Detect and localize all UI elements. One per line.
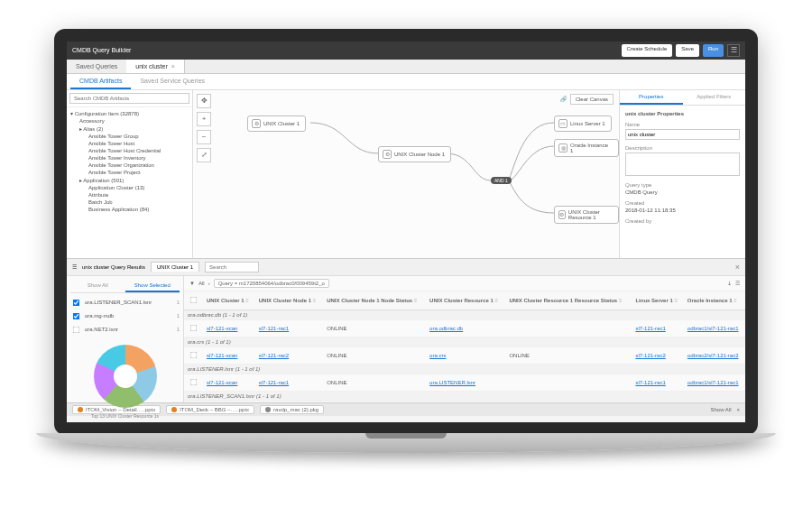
table-row[interactable]: sl7-121-scansl7-121-rac1ONLINEora.odbrac… [184, 319, 745, 337]
checkbox[interactable] [73, 312, 80, 319]
group-row[interactable]: ora.odbrac.db (1 - 1 of 1) [184, 309, 745, 319]
group-row[interactable]: ora.LISTENER_SCAN1.lsnr (1 - 1 of 1) [184, 391, 745, 401]
results-table: UNIX Cluster 1 UNIX Cluster Node 1 UNIX … [184, 291, 745, 402]
search-input[interactable] [69, 93, 189, 104]
table-row[interactable]: sl7-121-scansl7-121-rac1ONLINEora.LISTEN… [184, 374, 745, 391]
results-tab[interactable]: UNIX Cluster 1 [151, 262, 199, 272]
table-row[interactable]: sl7-121-scansl7-121-rac2ONLINEora.crsONL… [184, 346, 745, 364]
created-by-label: Created by [625, 218, 740, 224]
create-schedule-button[interactable]: Create Schedule [622, 44, 673, 57]
subtab-service-queries[interactable]: Saved Service Queries [131, 74, 214, 89]
list-item[interactable]: ora.LISTENER_SCAN1.lsnr1 [70, 296, 180, 309]
zoom-out-icon[interactable]: − [197, 130, 211, 144]
run-button[interactable]: Run [703, 44, 724, 57]
row-checkbox[interactable] [190, 351, 198, 358]
tab-unix-cluster[interactable]: unix cluster× [126, 60, 185, 73]
tree-item[interactable]: Application Cluster (13) [70, 184, 189, 191]
cell-link[interactable]: sl7-121-rac1 [635, 380, 665, 385]
node-linux-server[interactable]: ▭Linux Server 1 [554, 115, 612, 132]
export-icon[interactable]: ⤓ [727, 280, 732, 286]
save-button[interactable]: Save [676, 44, 699, 57]
name-field[interactable] [625, 129, 740, 140]
cell-link[interactable]: sl7-121-scan [207, 380, 237, 385]
cell-link[interactable]: odbrac1/sl7-121-rac1 [687, 326, 739, 331]
tree-item[interactable]: Business Application (84) [70, 206, 189, 213]
tree-item[interactable]: Accessory [70, 117, 189, 125]
tree-item[interactable]: Ansible Tower Project [70, 169, 189, 176]
filter-chip[interactable]: Query = m1720854064/odbrac0/009459t2_o [214, 279, 329, 288]
settings-icon[interactable]: ☰ [727, 44, 740, 57]
node-oracle-instance[interactable]: ◍Oracle Instance 1 [554, 139, 619, 157]
col-header[interactable]: UNIX Cluster Resource 1 Resource Status [505, 291, 632, 310]
tree-item[interactable]: Attribute [70, 191, 189, 199]
list-item[interactable]: ora.NET2.lsnr1 [70, 323, 180, 337]
cell-link[interactable]: sl7-121-rac1 [635, 326, 665, 331]
col-header[interactable]: UNIX Cluster Node 1 [255, 291, 323, 310]
node-and[interactable]: AND 1 [491, 177, 512, 184]
node-unix-cluster-resource[interactable]: ⚙UNIX Cluster Resource 1 [554, 206, 619, 224]
row-checkbox[interactable] [190, 324, 198, 331]
node-unix-cluster-node[interactable]: ⚙UNIX Cluster Node 1 [378, 146, 451, 162]
tree-item[interactable]: Batch Job [70, 199, 189, 206]
group-row[interactable]: ora.LISTENER.lsnr (1 - 1 of 1) [184, 364, 745, 374]
download-file[interactable]: ravdp_mac (2).pkg [260, 405, 324, 414]
fit-icon[interactable]: ⤢ [197, 148, 211, 162]
node-unix-cluster[interactable]: ⚙UNIX Cluster 1 [247, 115, 306, 132]
tree-item[interactable]: Ansible Tower Inventory [70, 154, 189, 162]
table-row[interactable]: sl7-121-scansl7-121-rac1ONLINEora.LISTEN… [184, 401, 745, 402]
group-row[interactable]: ora.crs (1 - 1 of 1) [184, 337, 745, 346]
link-icon[interactable]: 🔗 [560, 96, 567, 102]
cell-link[interactable]: ora.crs [429, 353, 446, 358]
cell-link[interactable]: ora.LISTENER.lsnr [429, 380, 475, 385]
filter-all[interactable]: All [198, 281, 205, 286]
query-canvas[interactable]: ✥ + − ⤢ 🔗 Clear Canvas [193, 90, 619, 258]
results-search-input[interactable] [205, 262, 259, 272]
download-file[interactable]: ITOM_Deck – BBG –…..pptx [166, 405, 254, 414]
close-icon[interactable]: × [736, 407, 740, 412]
cell-link[interactable]: sl7-121-scan [207, 353, 237, 358]
col-header[interactable]: Oracle Instance 1 [684, 291, 745, 310]
checkbox[interactable] [73, 326, 80, 333]
tab-saved-queries[interactable]: Saved Queries [67, 60, 126, 73]
col-header[interactable]: Linux Server 1 [632, 291, 683, 310]
hamburger-icon[interactable]: ☰ [72, 263, 77, 270]
subtab-artifacts[interactable]: CMDB Artifacts [70, 74, 131, 89]
showall-tab[interactable]: Show All [70, 280, 125, 292]
tree-item[interactable]: Ansible Tower Host Credential [70, 147, 189, 154]
tab-properties[interactable]: Properties [620, 90, 683, 105]
columns-icon[interactable]: ☰ [735, 280, 740, 286]
pan-tool-icon[interactable]: ✥ [197, 94, 211, 108]
tabbar: Saved Queries unix cluster× [67, 60, 745, 74]
select-all-checkbox[interactable] [190, 296, 198, 303]
tab-applied-filters[interactable]: Applied Filters [683, 90, 746, 105]
filter-icon[interactable]: ▼ [189, 281, 195, 286]
tree-item[interactable]: Ansible Tower Group [70, 133, 189, 140]
results-panel: ☰ unix cluster Query Results UNIX Cluste… [67, 258, 745, 402]
row-checkbox[interactable] [190, 378, 198, 385]
close-icon[interactable]: × [171, 63, 175, 69]
col-header[interactable]: UNIX Cluster 1 [203, 291, 255, 310]
showselected-tab[interactable]: Show Selected [125, 280, 180, 292]
zoom-in-icon[interactable]: + [197, 112, 211, 126]
cell-link[interactable]: sl7-121-rac2 [635, 353, 665, 358]
clear-canvas-button[interactable]: Clear Canvas [570, 94, 614, 105]
cell-link[interactable]: sl7-121-scan [207, 326, 237, 331]
cell-link[interactable]: odbrac1/sl7-121-rac1 [687, 380, 739, 385]
col-header[interactable]: UNIX Cluster Resource 1 [426, 291, 505, 310]
cell-link[interactable]: ora.odbrac.db [429, 326, 463, 331]
tree-item[interactable]: Application (501) [70, 176, 189, 184]
tree-item[interactable]: Ansible Tower Host [70, 140, 189, 147]
list-item[interactable]: ora.mg-mdb1 [70, 309, 180, 323]
show-all-downloads[interactable]: Show All [710, 407, 731, 412]
close-results-icon[interactable]: × [735, 263, 740, 272]
cell-link[interactable]: sl7-121-rac2 [259, 353, 289, 358]
cell-link[interactable]: odbrac2/sl7-121-rac2 [687, 353, 739, 358]
cell-link[interactable]: sl7-121-rac1 [259, 326, 289, 331]
tree-item[interactable]: Ansible Tower Organization [70, 162, 189, 169]
checkbox[interactable] [73, 299, 80, 306]
tree-root[interactable]: Configuration Item (32878) [70, 109, 189, 117]
col-header[interactable]: UNIX Cluster Node 1 Node Status [323, 291, 426, 310]
description-field[interactable] [625, 152, 740, 176]
cell-link[interactable]: sl7-121-rac1 [259, 380, 289, 385]
tree-item[interactable]: Alias (2) [70, 125, 189, 133]
